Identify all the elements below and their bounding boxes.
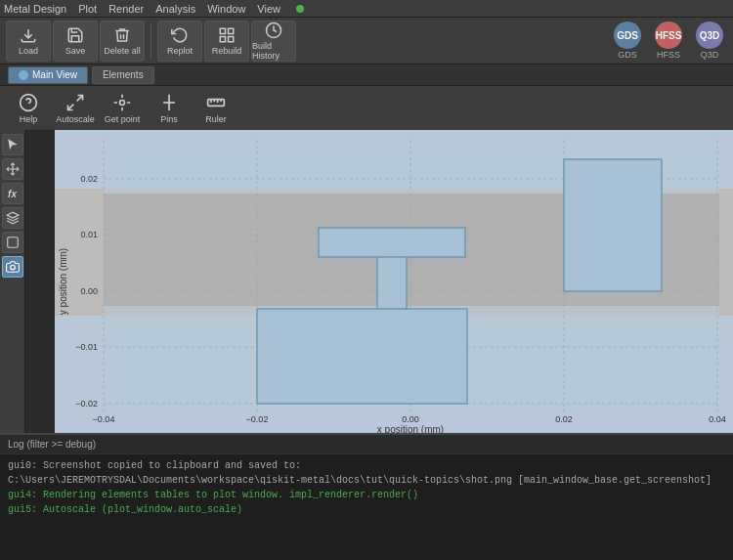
menu-window[interactable]: Window: [207, 3, 245, 15]
svg-rect-2: [229, 36, 234, 41]
svg-rect-15: [7, 237, 18, 248]
hfss-label: HFSS: [657, 50, 680, 60]
replot-label: Replot: [167, 46, 193, 56]
toolbar2: Help Autoscale Get point Pins Ruler: [0, 86, 733, 131]
tabbar: Main View Elements: [0, 65, 733, 86]
log-content[interactable]: gui0: Screenshot copied to clipboard and…: [0, 454, 733, 560]
autoscale-label: Autoscale: [56, 114, 95, 124]
save-button[interactable]: Save: [53, 21, 98, 62]
help-label: Help: [20, 114, 38, 124]
svg-text:−0.02: −0.02: [75, 399, 98, 409]
active-indicator: [296, 5, 304, 13]
hfss-circle: HFSS: [655, 22, 682, 49]
svg-text:0.04: 0.04: [709, 414, 726, 424]
menu-render[interactable]: Render: [108, 3, 144, 15]
fx-tool[interactable]: fx: [2, 183, 23, 204]
main-toolbar: Load Save Delete all Replot Rebuild Buil…: [0, 18, 733, 65]
tab-elements[interactable]: Elements: [92, 66, 154, 84]
svg-point-7: [120, 100, 125, 105]
layers-tool[interactable]: [2, 207, 23, 229]
build-history-button[interactable]: Build History: [251, 21, 296, 62]
left-sidebar: fx: [0, 130, 25, 433]
gds-circle: GDS: [614, 22, 641, 49]
svg-rect-3: [220, 36, 225, 41]
toolbar-separator-1: [151, 23, 151, 59]
tab-elements-label: Elements: [103, 69, 144, 80]
svg-rect-34: [564, 159, 662, 291]
rebuild-button[interactable]: Rebuild: [204, 21, 249, 62]
gds-label: GDS: [618, 50, 637, 60]
svg-text:0.02: 0.02: [80, 174, 98, 184]
tab-main-view-label: Main View: [32, 69, 77, 80]
replot-button[interactable]: Replot: [157, 21, 202, 62]
delete-all-button[interactable]: Delete all: [100, 21, 145, 62]
move-tool[interactable]: [2, 158, 23, 180]
svg-rect-1: [229, 28, 234, 33]
build-history-label: Build History: [252, 41, 295, 61]
menu-view[interactable]: View: [257, 3, 280, 15]
shape-tool[interactable]: [2, 232, 23, 253]
q3d-label: Q3D: [701, 50, 719, 60]
log-line-1: gui0: Screenshot copied to clipboard and…: [8, 458, 725, 473]
ruler-label: Ruler: [205, 114, 227, 124]
svg-text:0.00: 0.00: [402, 414, 419, 424]
pins-label: Pins: [160, 114, 178, 124]
save-label: Save: [65, 46, 86, 56]
cursor-tool[interactable]: [2, 134, 23, 155]
load-label: Load: [19, 46, 38, 56]
menu-plot[interactable]: Plot: [78, 3, 97, 15]
autoscale-button[interactable]: Autoscale: [53, 89, 98, 128]
svg-rect-31: [257, 309, 467, 404]
log-header-text: Log (filter >= debug): [8, 439, 96, 450]
get-point-label: Get point: [105, 114, 141, 124]
menu-analysis[interactable]: Analysis: [155, 3, 195, 15]
menubar: Metal Design Plot Render Analysis Window…: [0, 0, 733, 18]
log-panel: Log (filter >= debug) gui0: Screenshot c…: [0, 433, 733, 560]
svg-text:−0.04: −0.04: [93, 414, 115, 424]
svg-text:0.00: 0.00: [80, 286, 98, 296]
svg-text:0.02: 0.02: [555, 414, 573, 424]
svg-text:0.01: 0.01: [80, 230, 98, 239]
log-line-3: gui4: Rendering elements tables to plot …: [8, 488, 725, 502]
delete-all-label: Delete all: [104, 46, 141, 56]
q3d-button[interactable]: Q3D Q3D: [692, 22, 727, 60]
svg-point-16: [10, 265, 15, 270]
tab-main-view-icon: [19, 70, 28, 80]
menu-metal-design[interactable]: Metal Design: [4, 3, 66, 15]
q3d-circle: Q3D: [696, 22, 723, 49]
help-button[interactable]: Help: [6, 89, 51, 128]
svg-text:−0.02: −0.02: [246, 414, 269, 424]
get-point-button[interactable]: Get point: [100, 89, 145, 128]
svg-rect-0: [220, 28, 225, 33]
plot-canvas[interactable]: 0.02 0.01 0.00 −0.01 −0.02 −0.04 −0.02 0…: [55, 130, 733, 433]
ruler-button[interactable]: Ruler: [194, 89, 238, 128]
svg-text:x position (mm): x position (mm): [377, 424, 444, 433]
tab-main-view[interactable]: Main View: [8, 66, 88, 84]
load-button[interactable]: Load: [6, 21, 51, 62]
camera-tool[interactable]: [2, 256, 23, 278]
rebuild-label: Rebuild: [212, 46, 242, 56]
hfss-button[interactable]: HFSS HFSS: [651, 22, 686, 60]
gds-button[interactable]: GDS GDS: [610, 22, 645, 60]
pins-button[interactable]: Pins: [147, 89, 192, 128]
svg-text:y position (mm): y position (mm): [58, 248, 68, 315]
svg-rect-33: [319, 228, 465, 257]
eda-tools: GDS GDS HFSS HFSS Q3D Q3D: [610, 22, 727, 60]
svg-marker-14: [7, 212, 19, 218]
svg-text:−0.01: −0.01: [75, 342, 98, 352]
log-line-2: C:\Users\JEREMOTRYSDAL\Documents\workspa…: [8, 473, 725, 488]
log-line-4: gui5: Autoscale (plot_window.auto_scale): [8, 502, 725, 517]
log-header: Log (filter >= debug): [0, 435, 733, 454]
